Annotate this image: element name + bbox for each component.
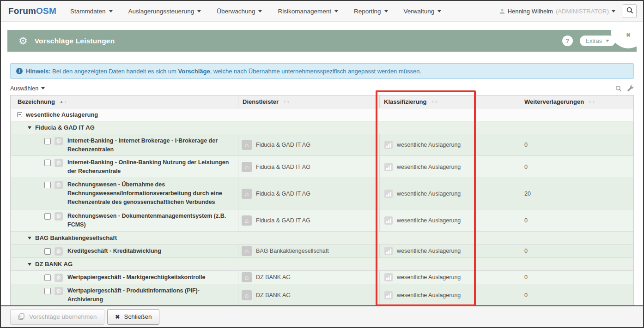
- gear-glyph: ⚙: [56, 288, 61, 294]
- group-row-classification[interactable]: wesentliche Auslagerung: [11, 108, 633, 121]
- building-glyph: ⌂: [245, 217, 249, 224]
- sort-asc-icon: ∧: [589, 100, 591, 104]
- transfers-count: 0: [524, 248, 528, 254]
- row-checkbox[interactable]: [44, 288, 51, 294]
- hint-text: Bei den angezeigten Daten handelt es sic…: [50, 68, 178, 75]
- menu-reporting[interactable]: Reporting: [354, 8, 388, 15]
- triangle-down-icon[interactable]: [28, 263, 31, 266]
- classification-value: wesentliche Auslagerung: [397, 217, 461, 224]
- group-row-provider[interactable]: BAG Bankaktiengesellschaft: [11, 231, 633, 244]
- sort-icons[interactable]: ∧∨: [431, 100, 437, 104]
- menu-label: Auslagerungssteuerung: [128, 8, 194, 15]
- menu-auslagerungssteuerung[interactable]: Auslagerungssteuerung: [128, 8, 201, 15]
- building-icon: ⌂: [242, 290, 252, 300]
- hint-bold-word: Vorschläge: [178, 68, 210, 75]
- provider-name: DZ BANK AG: [256, 274, 291, 280]
- table-row[interactable]: ⚙ Internet-Banking - Online-Banking Nutz…: [11, 155, 633, 178]
- column-header-bezeichnung[interactable]: Bezeichnung ▲∨: [11, 95, 238, 108]
- row-checkbox[interactable]: [44, 182, 51, 188]
- table-row[interactable]: ⚙ Kreditgeschäft - Kreditabwicklung ⌂BAG…: [11, 244, 633, 257]
- gear-glyph: ⚙: [56, 160, 61, 166]
- sort-icons[interactable]: ∧∨: [283, 100, 290, 104]
- gear-icon[interactable]: ⚙: [55, 274, 63, 282]
- group-label: wesentliche Auslagerung: [26, 111, 98, 118]
- group-label: BAG Bankaktiengesellschaft: [35, 234, 117, 241]
- triangle-down-icon[interactable]: [28, 237, 31, 239]
- chevron-down-icon: [334, 10, 338, 12]
- panel-close-corner: [611, 30, 637, 48]
- service-name: Rechnungswesen - Dokumentenmanagementsys…: [67, 209, 234, 229]
- transfers-count: 0: [524, 217, 528, 224]
- main-menu: Stammdaten Auslagerungssteuerung Überwac…: [70, 8, 441, 15]
- classification-value: wesentliche Auslagerung: [397, 164, 461, 170]
- extras-button[interactable]: Extras: [580, 36, 615, 46]
- menu-ueberwachung[interactable]: Überwachung: [217, 8, 262, 15]
- menu-stammdaten[interactable]: Stammdaten: [70, 8, 113, 15]
- button-label: Vorschläge übernehmen: [29, 313, 97, 320]
- sort-icons[interactable]: ▲∨: [60, 100, 67, 104]
- building-icon: ⌂: [242, 215, 252, 226]
- column-header-weiterverlagerungen[interactable]: Weiterverlagerungen ∧∨: [520, 95, 633, 108]
- gear-icon[interactable]: ⚙: [55, 247, 63, 256]
- row-checkbox[interactable]: [44, 248, 51, 255]
- user-menu[interactable]: Henning Wilhelm (ADMINISTRATOR): [499, 8, 615, 15]
- building-icon: ⌂: [242, 272, 252, 282]
- bar-chart-icon: [384, 216, 393, 225]
- close-icon: ✖: [115, 314, 120, 320]
- wrench-icon[interactable]: [627, 85, 634, 92]
- menu-risikomanagement[interactable]: Risikomanagement: [278, 8, 338, 15]
- menu-label: Überwachung: [217, 8, 255, 15]
- services-table: Bezeichnung ▲∨ Dienstleister ∧∨ Klassifi…: [10, 95, 634, 306]
- row-checkbox[interactable]: [44, 138, 51, 144]
- table-toolbar: Auswählen: [10, 84, 634, 93]
- bar-chart-icon: [384, 247, 393, 255]
- row-checkbox[interactable]: [44, 213, 51, 220]
- close-button[interactable]: ✖ Schließen: [107, 309, 159, 325]
- chevron-down-icon: [384, 10, 388, 12]
- gear-icon[interactable]: ⚙: [55, 181, 63, 189]
- table-row[interactable]: ⚙ Internet-Banking - Internet Brokerage …: [11, 134, 633, 155]
- gear-icon[interactable]: ⚙: [55, 212, 63, 221]
- table-row[interactable]: ⚙ Rechnungswesen - Übernahme des Rechnun…: [11, 178, 633, 209]
- group-row-provider[interactable]: Fiducia & GAD IT AG: [11, 121, 633, 134]
- bar-chart-icon: [384, 163, 393, 171]
- gear-icon[interactable]: ⚙: [55, 287, 63, 295]
- menu-verwaltung[interactable]: Verwaltung: [404, 8, 442, 15]
- service-name: Internet-Banking - Internet Brokerage - …: [67, 134, 234, 154]
- minus-square-icon[interactable]: [17, 112, 22, 117]
- transfers-count: 0: [524, 292, 528, 298]
- column-header-klassifizierung[interactable]: Klassifizierung ∧∨: [379, 95, 520, 108]
- triangle-down-icon[interactable]: [28, 126, 31, 129]
- building-icon: ⌂: [242, 246, 252, 256]
- gear-glyph: ⚙: [56, 138, 61, 144]
- menu-label: Stammdaten: [70, 8, 106, 15]
- gear-icon[interactable]: ⚙: [55, 159, 63, 167]
- sort-asc-icon: ∧: [431, 100, 434, 104]
- row-checkbox[interactable]: [44, 274, 51, 281]
- table-row[interactable]: ⚙ Rechnungswesen - Dokumentenmanagements…: [11, 209, 633, 231]
- search-button[interactable]: [623, 4, 637, 18]
- group-row-provider[interactable]: DZ BANK AG: [11, 257, 633, 270]
- sort-icons[interactable]: ∧∨: [589, 100, 595, 104]
- button-label: Schließen: [124, 313, 152, 320]
- table-search-icon[interactable]: [615, 85, 622, 92]
- provider-name: Fiducia & GAD IT AG: [256, 164, 310, 170]
- page-title: Vorschläge Leistungen: [35, 37, 115, 45]
- transfers-count: 20: [524, 191, 531, 197]
- app-logo[interactable]: ForumOSM: [8, 6, 56, 16]
- column-label: Bezeichnung: [18, 98, 55, 105]
- table-row[interactable]: ⚙ Wertpapiergeschäft - Produktinformatio…: [11, 284, 633, 306]
- help-button[interactable]: ?: [562, 36, 573, 46]
- table-row[interactable]: ⚙ Wertpapiergeschäft - Marktgerechtigkei…: [11, 270, 633, 284]
- person-icon: [499, 8, 505, 14]
- gear-icon[interactable]: ⚙: [55, 137, 63, 145]
- sort-desc-icon: ∨: [287, 100, 290, 104]
- footer-toolbar: Vorschläge übernehmen ✖ Schließen: [1, 305, 643, 327]
- column-header-dienstleister[interactable]: Dienstleister ∧∨: [238, 95, 379, 108]
- select-dropdown[interactable]: Auswählen: [10, 85, 45, 92]
- app-window: ForumOSM Stammdaten Auslagerungssteuerun…: [0, 0, 644, 328]
- close-icon[interactable]: ✖: [626, 32, 631, 38]
- chevron-down-icon: [41, 87, 45, 89]
- accept-suggestions-button[interactable]: Vorschläge übernehmen: [10, 309, 104, 325]
- row-checkbox[interactable]: [44, 160, 51, 166]
